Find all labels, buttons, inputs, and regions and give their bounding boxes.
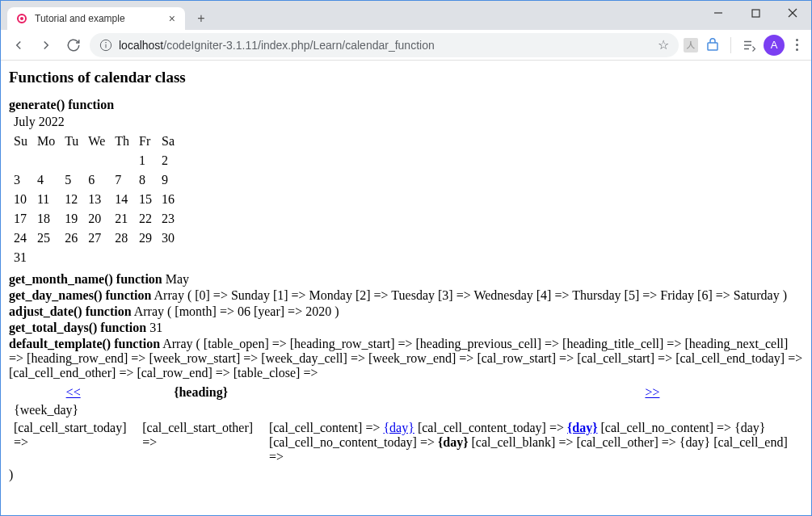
template-cell-start-other: [cal_cell_start_other] => (137, 419, 264, 466)
page-content: Functions of calendar class generate() f… (1, 61, 811, 515)
svg-rect-1 (752, 10, 759, 17)
prev-link[interactable]: << (66, 385, 81, 399)
get-total-days-label: get_total_days() function (9, 321, 146, 334)
bookmark-star-icon[interactable]: ☆ (658, 37, 669, 52)
forward-button[interactable] (35, 34, 57, 57)
next-link[interactable]: >> (645, 385, 659, 399)
pdf-extension-icon[interactable]: 人 (684, 38, 698, 52)
generate-function-label: generate() function (9, 98, 114, 111)
reading-list-icon[interactable] (739, 36, 759, 55)
extension-icon[interactable] (703, 36, 722, 55)
calendar-heading: July 2022 (9, 112, 179, 132)
browser-menu-icon[interactable] (789, 39, 805, 51)
svg-point-6 (106, 42, 107, 43)
address-bar[interactable]: localhost/codeIgniter-3.1.11/index.php/L… (90, 33, 679, 57)
tab-title: Tutorial and example (35, 13, 161, 24)
toolbar-divider (730, 37, 731, 53)
window-minimize[interactable] (700, 1, 737, 25)
reload-button[interactable] (62, 34, 85, 57)
url-text: localhost/codeIgniter-3.1.11/index.php/L… (119, 39, 651, 52)
get-month-name-label: get_month_name() function (9, 272, 162, 286)
calendar-week-row: 24252627282930 (9, 229, 179, 248)
favicon-icon (15, 12, 28, 25)
profile-avatar[interactable]: A (764, 35, 785, 56)
calendar-week-row: 31 (9, 248, 179, 267)
svg-rect-7 (708, 43, 717, 50)
window-maximize[interactable] (737, 1, 774, 25)
site-info-icon[interactable] (99, 39, 112, 52)
adjust-date-label: adjust_date() function (9, 304, 132, 318)
tab-strip: Tutorial and example × + (1, 1, 811, 30)
tab-close-icon[interactable]: × (167, 12, 177, 25)
get-day-names-value: Array ( [0] => Sunday [1] => Monday [2] … (154, 288, 787, 302)
template-table: << {heading} >> {week_day} [cal_cell_sta… (9, 384, 803, 466)
calendar-week-row: 12 (9, 151, 179, 170)
get-total-days-value: 31 (149, 321, 162, 334)
template-weekday: {week_day} (9, 401, 803, 419)
day-link[interactable]: {day} (383, 421, 414, 434)
new-tab-button[interactable]: + (190, 7, 212, 30)
browser-toolbar: localhost/codeIgniter-3.1.11/index.php/L… (1, 30, 811, 61)
window-close[interactable] (774, 1, 811, 25)
back-button[interactable] (7, 34, 30, 57)
calendar-week-row: 3456789 (9, 170, 179, 190)
calendar-week-row: 10111213141516 (9, 190, 179, 209)
adjust-date-value: Array ( [month] => 06 [year] => 2020 ) (134, 304, 339, 318)
page-title: Functions of calendar class (9, 69, 803, 86)
calendar-daynames-row: SuMoTuWeThFrSa (9, 132, 179, 151)
calendar-table: July 2022 SuMoTuWeThFrSa 12 3456789 1011… (9, 112, 179, 267)
day-link-bold[interactable]: {day} (567, 421, 598, 434)
default-template-label: default_template() function (9, 337, 160, 350)
template-cell-content: [cal_cell_content] => {day} [cal_cell_co… (264, 419, 803, 466)
get-day-names-label: get_day_names() function (9, 288, 151, 302)
get-month-name-value: May (166, 272, 189, 286)
calendar-week-row: 17181920212223 (9, 209, 179, 229)
template-cell-start-today: [cal_cell_start_today] => (9, 419, 137, 466)
template-close-paren: ) (9, 468, 803, 482)
template-heading: {heading} (174, 385, 228, 399)
browser-tab[interactable]: Tutorial and example × (7, 7, 185, 30)
